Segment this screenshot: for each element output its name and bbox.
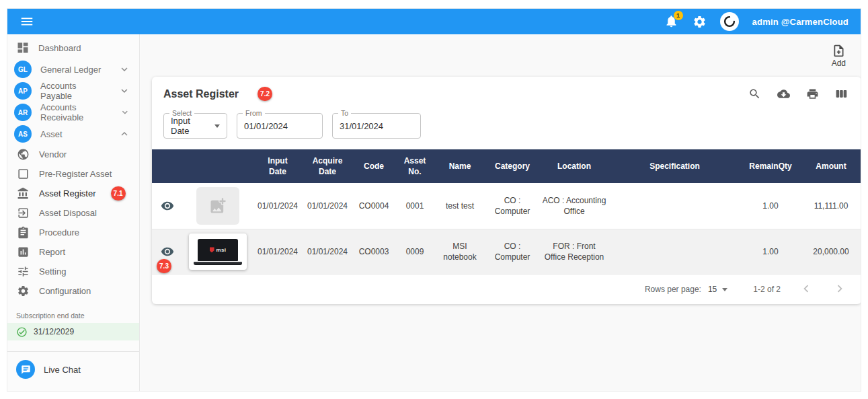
chevron-right-icon — [832, 281, 847, 296]
filter-select-dropdown[interactable]: Select Input Date — [163, 113, 227, 139]
step-badge-7-2: 7.2 — [258, 87, 272, 101]
main-content: Add Asset Register 7.2 Select Input Date — [141, 34, 861, 391]
notifications-button[interactable]: 1 — [664, 14, 679, 29]
search-icon[interactable] — [748, 87, 761, 100]
laptop-base — [194, 262, 242, 265]
check-circle-icon — [16, 326, 28, 338]
row-view-cell — [152, 183, 183, 229]
sidebar-item-label: Accounts Payable — [40, 81, 110, 101]
sidebar-item-label: Setting — [39, 266, 66, 277]
cell-remainqty: 1.00 — [740, 183, 801, 229]
sidebar-item-general-ledger[interactable]: GL General Ledger — [7, 59, 139, 80]
pagination-bar: Rows per page: 15 1-2 of 2 — [152, 275, 861, 304]
app-window: 1 admin @CarmenCloud Dashboard GL Genera… — [7, 8, 861, 392]
bank-icon — [17, 187, 30, 200]
chat-avatar — [16, 360, 35, 379]
subscription-section: Subscription end date 31/12/2029 — [7, 309, 139, 340]
msi-logo-text: msi — [216, 246, 227, 254]
sidebar-item-label: Vendor — [39, 149, 67, 159]
sidebar-item-label: Procedure — [39, 227, 79, 238]
pagination-prev-button[interactable] — [798, 281, 814, 297]
sidebar-item-configuration[interactable]: Configuration — [7, 281, 139, 301]
sidebar: Dashboard GL General Ledger AP Accounts … — [7, 34, 140, 391]
asset-image-cell — [183, 183, 253, 229]
topbar: 1 admin @CarmenCloud — [7, 9, 861, 34]
image-placeholder-icon — [208, 196, 227, 215]
col-name: Name — [434, 149, 485, 183]
col-code: Code — [352, 149, 395, 183]
box-icon — [17, 168, 30, 180]
card-header: Asset Register 7.2 — [152, 77, 861, 106]
cell-category: CO : Computer — [485, 183, 539, 229]
cell-asset-no: 0001 — [395, 183, 434, 229]
sidebar-item-accounts-receivable[interactable]: AR Accounts Receivable — [7, 102, 139, 123]
subscription-date-row: 31/12/2029 — [7, 323, 139, 340]
user-avatar-logo-icon — [722, 14, 737, 29]
user-avatar[interactable] — [720, 12, 739, 31]
sidebar-item-dashboard[interactable]: Dashboard — [7, 37, 139, 59]
sidebar-item-asset-disposal[interactable]: Asset Disposal — [7, 203, 139, 223]
filter-to-value: 31/01/2024 — [340, 121, 383, 131]
cloud-download-icon[interactable] — [777, 87, 790, 100]
filter-to-input[interactable]: To 31/01/2024 — [332, 113, 421, 139]
menu-icon[interactable] — [19, 14, 34, 29]
ar-avatar: AR — [14, 104, 32, 121]
step-badge-7-1: 7.1 — [111, 186, 126, 201]
asset-register-card: Asset Register 7.2 Select Input Date Fro… — [152, 77, 861, 304]
col-asset-no: Asset No. — [395, 149, 434, 183]
sidebar-item-asset-register[interactable]: Asset Register 7.1 — [7, 184, 139, 203]
eye-icon[interactable] — [161, 245, 174, 258]
cell-acquire-date: 01/01/2024 — [303, 229, 352, 275]
chevron-down-icon — [120, 106, 130, 118]
rows-per-page-value: 15 — [708, 285, 717, 294]
add-button-label: Add — [832, 59, 846, 68]
sidebar-item-pre-register-asset[interactable]: Pre-Register Asset — [7, 164, 139, 184]
table-row[interactable]: 7.3 msi — [152, 229, 861, 275]
step-badge-7-3: 7.3 — [157, 259, 171, 273]
live-chat-label: Live Chat — [44, 365, 81, 375]
print-icon[interactable] — [806, 87, 819, 100]
sidebar-item-label: Pre-Register Asset — [39, 169, 112, 179]
chevron-up-icon — [118, 128, 130, 140]
add-file-icon — [832, 44, 846, 58]
asset-photo-msi-laptop: msi — [189, 233, 247, 270]
cell-asset-no: 0009 — [395, 229, 434, 275]
filter-from-input[interactable]: From 01/01/2024 — [237, 113, 323, 139]
chat-icon — [21, 365, 31, 375]
pagination-next-button[interactable] — [832, 281, 848, 297]
subscription-label: Subscription end date — [7, 309, 139, 323]
cell-location: ACO : Accounting Office — [539, 183, 609, 229]
columns-icon[interactable] — [835, 87, 848, 100]
table-row[interactable]: 01/01/2024 01/01/2024 CO0004 0001 test t… — [152, 183, 861, 229]
sidebar-item-setting[interactable]: Setting — [7, 262, 139, 281]
col-image — [183, 149, 253, 183]
live-chat-button[interactable]: Live Chat — [7, 352, 139, 387]
asset-image-cell: msi — [183, 229, 253, 275]
col-location: Location — [539, 149, 609, 183]
page-title: Asset Register — [163, 88, 239, 100]
pagination-range: 1-2 of 2 — [753, 285, 781, 294]
sidebar-item-asset[interactable]: AS Asset — [7, 123, 139, 145]
disposal-icon — [17, 207, 30, 219]
eye-icon[interactable] — [161, 199, 174, 213]
chevron-down-icon — [118, 63, 130, 75]
sidebar-item-vendor[interactable]: Vendor — [7, 145, 139, 164]
col-specification: Specification — [609, 149, 740, 183]
sidebar-item-label: Report — [39, 247, 65, 257]
add-button[interactable]: Add — [832, 44, 846, 68]
cell-amount: 20,000.00 — [801, 229, 861, 275]
sidebar-item-label: Asset — [40, 129, 63, 139]
sidebar-item-accounts-payable[interactable]: AP Accounts Payable — [7, 80, 139, 102]
sidebar-item-report[interactable]: Report — [7, 242, 139, 262]
col-eye — [152, 149, 183, 183]
cell-input-date: 01/01/2024 — [253, 229, 303, 275]
gl-avatar: GL — [14, 61, 32, 78]
clipboard-icon — [17, 226, 30, 239]
sidebar-item-procedure[interactable]: Procedure — [7, 223, 139, 242]
cell-location: FOR : Front Office Reception — [539, 229, 609, 275]
cell-remainqty: 1.00 — [740, 229, 801, 275]
cell-name: MSI notebook — [434, 229, 485, 275]
msi-shield-icon — [210, 247, 214, 252]
rows-per-page-select[interactable]: 15 — [708, 285, 727, 294]
settings-gear-button[interactable] — [693, 15, 707, 29]
